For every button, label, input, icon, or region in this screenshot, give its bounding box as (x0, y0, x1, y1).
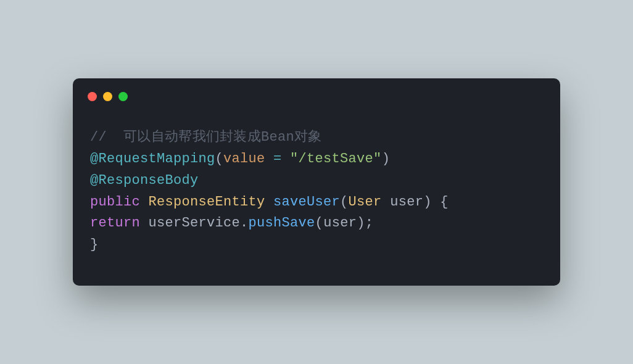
code-line-2: @RequestMapping(value = "/testSave") (90, 149, 543, 170)
code-line-6: } (90, 234, 543, 256)
code-line-3: @ResponseBody (90, 170, 543, 192)
comment-text: // 可以自动帮我们封装成Bean对象 (90, 130, 322, 145)
code-window: // 可以自动帮我们封装成Bean对象 @RequestMapping(valu… (73, 78, 560, 286)
close-icon[interactable] (88, 92, 97, 101)
code-line-4: public ResponseEntity saveUser(User user… (90, 192, 543, 213)
maximize-icon[interactable] (118, 92, 128, 101)
code-line-5: return userService.pushSave(user); (90, 213, 543, 234)
code-content: // 可以自动帮我们封装成Bean对象 @RequestMapping(valu… (73, 101, 560, 286)
minimize-icon[interactable] (103, 92, 112, 101)
window-titlebar (73, 78, 560, 101)
annotation-response-body: @ResponseBody (90, 173, 199, 188)
code-line-1: // 可以自动帮我们封装成Bean对象 (90, 127, 543, 149)
annotation-request-mapping: @RequestMapping (90, 151, 215, 167)
